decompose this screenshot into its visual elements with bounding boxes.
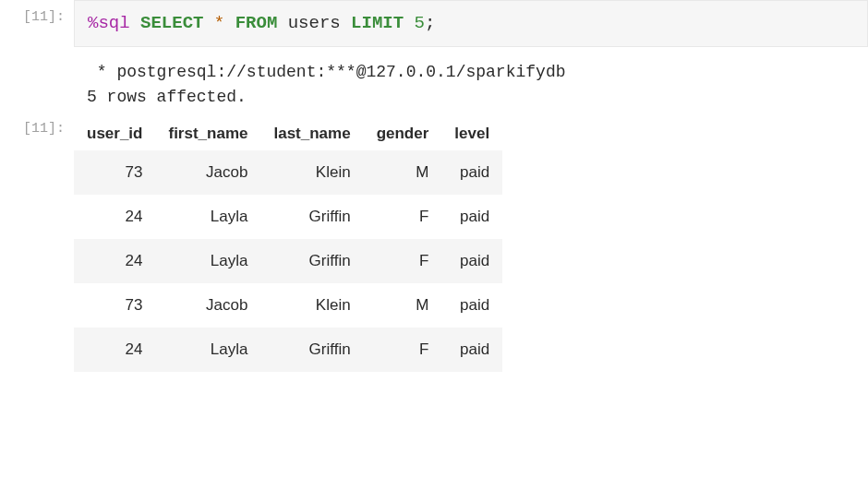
stdout-line1: * postgresql://student:***@127.0.0.1/spa… bbox=[87, 63, 565, 81]
star-operator: * bbox=[214, 13, 224, 33]
table-header: level bbox=[441, 117, 502, 150]
table-header-row: user_id first_name last_name gender leve… bbox=[74, 117, 502, 150]
table-cell: F bbox=[364, 239, 442, 283]
table-row: 24 Layla Griffin F paid bbox=[74, 239, 502, 283]
table-cell: 73 bbox=[74, 150, 155, 195]
semicolon: ; bbox=[425, 13, 435, 33]
table-cell: Jacob bbox=[155, 150, 260, 195]
table-cell: paid bbox=[441, 195, 502, 239]
table-name: users bbox=[288, 13, 341, 33]
stdout-text: * postgresql://student:***@127.0.0.1/spa… bbox=[74, 54, 868, 115]
output-prompt: [11]: bbox=[0, 115, 74, 137]
code-input[interactable]: %sql SELECT * FROM users LIMIT 5; bbox=[74, 0, 868, 47]
stdout-row: * postgresql://student:***@127.0.0.1/spa… bbox=[0, 54, 868, 115]
magic-command: sql bbox=[98, 13, 129, 33]
table-header: user_id bbox=[74, 117, 155, 150]
magic-prefix: % bbox=[88, 13, 98, 33]
table-cell: Griffin bbox=[260, 239, 363, 283]
table-cell: Layla bbox=[155, 195, 260, 239]
input-prompt: [11]: bbox=[0, 0, 74, 25]
limit-number: 5 bbox=[415, 13, 425, 33]
table-cell: paid bbox=[441, 239, 502, 283]
table-cell: 73 bbox=[74, 283, 155, 328]
table-cell: 24 bbox=[74, 195, 155, 239]
table-cell: Griffin bbox=[260, 328, 363, 372]
table-cell: Layla bbox=[155, 239, 260, 283]
table-cell: Jacob bbox=[155, 283, 260, 328]
table-cell: Klein bbox=[260, 283, 363, 328]
table-cell: paid bbox=[441, 328, 502, 372]
table-cell: F bbox=[364, 195, 442, 239]
table-cell: paid bbox=[441, 283, 502, 328]
table-cell: M bbox=[364, 283, 442, 328]
select-keyword: SELECT bbox=[140, 13, 203, 33]
limit-keyword: LIMIT bbox=[351, 13, 404, 33]
table-cell: M bbox=[364, 150, 442, 195]
stdout-line2: 5 rows affected. bbox=[87, 88, 247, 106]
table-row: 73 Jacob Klein M paid bbox=[74, 283, 502, 328]
table-header: gender bbox=[364, 117, 442, 150]
table-cell: Layla bbox=[155, 328, 260, 372]
result-table-area: user_id first_name last_name gender leve… bbox=[74, 115, 502, 372]
table-cell: Griffin bbox=[260, 195, 363, 239]
result-table: user_id first_name last_name gender leve… bbox=[74, 117, 502, 372]
table-row: 73 Jacob Klein M paid bbox=[74, 150, 502, 195]
table-cell: F bbox=[364, 328, 442, 372]
table-row: 24 Layla Griffin F paid bbox=[74, 328, 502, 372]
table-cell: Klein bbox=[260, 150, 363, 195]
table-cell: 24 bbox=[74, 239, 155, 283]
from-keyword: FROM bbox=[235, 13, 278, 33]
output-cell: [11]: user_id first_name last_name gende… bbox=[0, 115, 868, 372]
table-cell: paid bbox=[441, 150, 502, 195]
table-header: last_name bbox=[260, 117, 363, 150]
table-row: 24 Layla Griffin F paid bbox=[74, 195, 502, 239]
table-cell: 24 bbox=[74, 328, 155, 372]
input-cell: [11]: %sql SELECT * FROM users LIMIT 5; bbox=[0, 0, 868, 47]
table-header: first_name bbox=[155, 117, 260, 150]
